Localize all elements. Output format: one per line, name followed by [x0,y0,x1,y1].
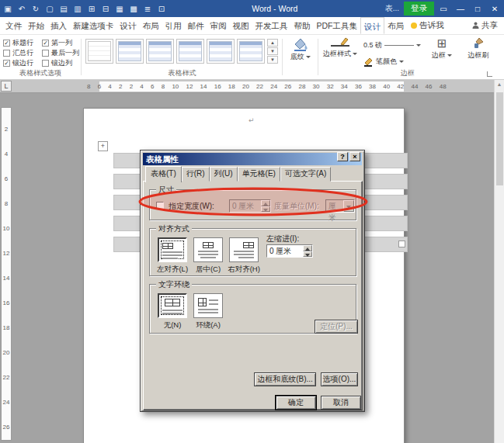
dialog-tab-column[interactable]: 列(U) [210,167,238,182]
spin-up-icon[interactable] [261,200,270,206]
table-style-thumbnail[interactable] [116,39,144,64]
spin-down-icon[interactable] [261,206,270,213]
tab-table-layout[interactable]: 布局 [384,17,407,34]
checkbox-banded-rows[interactable]: ✓镶边行 [3,58,42,68]
tell-me-label: 告诉我 [419,20,444,31]
dialog-title-bar[interactable]: 表格属性 [143,153,362,165]
dialog-tab-alt-text[interactable]: 可选文字(A) [280,167,331,182]
dialog-close-button[interactable]: × [349,152,360,161]
share-button[interactable]: 共享 [466,17,504,34]
table-style-thumbnail[interactable] [207,39,235,64]
spin-down-icon[interactable] [303,251,312,258]
tab-layout[interactable]: 布局 [140,17,162,34]
tab-help[interactable]: 帮助 [291,17,314,34]
checkbox-last-column[interactable]: 最后一列 [42,48,81,58]
tab-view[interactable]: 视图 [230,17,252,34]
open-icon[interactable]: ▤ [57,5,70,13]
dialog-help-button[interactable]: ? [337,152,348,161]
dropdown-arrow-icon [353,53,357,55]
checkbox-header-row[interactable]: ✓标题行 [3,38,42,48]
table-shading-icon[interactable]: ▦ [113,5,126,13]
delete-table-icon[interactable]: ⊟ [99,5,112,13]
table-style-thumbnail[interactable] [237,39,265,64]
checkbox-total-row[interactable]: 汇总行 [3,48,42,58]
gallery-scroll-up-button[interactable]: ▲ [267,39,278,47]
tab-home[interactable]: 开始 [25,17,47,34]
preferred-width-value: 0 厘米 [232,200,261,212]
align-left-option[interactable] [158,237,187,262]
tab-table-design[interactable]: 设计 [360,17,384,34]
tab-pdf-tools[interactable]: PDF工具集 [314,17,361,34]
insert-table-icon[interactable]: ⊞ [85,5,98,13]
align-right-option[interactable] [229,237,259,262]
cancel-button[interactable]: 取消 [321,396,361,410]
table-style-thumbnail[interactable] [176,39,204,64]
dropdown-arrow-icon [447,54,452,57]
gallery-scroll-down-button[interactable]: ▼ [267,47,278,55]
preferred-width-spinner[interactable]: 0 厘米 [229,199,271,213]
pen-icon [363,57,374,67]
pen-color-button[interactable]: 笔颜色 [363,57,421,67]
dialog-tab-cell[interactable]: 单元格(E) [238,167,280,182]
sign-in-button[interactable]: 登录 [404,2,434,16]
tab-review[interactable]: 审阅 [207,17,230,34]
preferred-width-checkbox[interactable] [156,202,164,209]
scrollbar-thumb[interactable] [496,92,503,185]
line-weight-dropdown[interactable]: 0.5 磅 [363,40,421,50]
wrap-around-icon [198,298,218,313]
gallery-more-button[interactable]: ▼ [267,56,278,64]
table-grid-icon[interactable]: ⊡ [155,5,168,13]
table-style-thumbnail[interactable] [146,39,174,64]
window-title: Word - Word [252,4,297,13]
borders-dialog-launcher-icon[interactable] [487,71,492,77]
measure-unit-label: 度量单位(M): [274,201,319,212]
close-button[interactable]: ✕ [487,5,502,13]
tab-mailings[interactable]: 邮件 [185,17,207,34]
tell-me-box[interactable]: 告诉我 [407,17,448,34]
align-center-option[interactable] [193,237,223,262]
tab-selector[interactable]: L [1,81,12,92]
table-borders-icon[interactable]: ▩ [127,5,140,13]
maximize-button[interactable]: □ [470,5,485,13]
print-icon[interactable]: ▥ [71,5,84,13]
scroll-up-arrow-icon[interactable]: ▲ [495,80,504,89]
checkbox-label: 标题行 [12,38,33,48]
left-indent-spinner[interactable]: 0 厘米 [266,244,313,258]
wrap-around-option[interactable] [193,293,223,318]
ribbon-display-options-button[interactable]: ▭ [436,5,451,13]
list-icon[interactable]: ≣ [141,5,154,13]
tab-design[interactable]: 设计 [117,17,140,34]
dropdown-arrow-icon[interactable] [343,200,354,212]
save-icon[interactable]: ▣ [2,5,14,13]
table-style-thumbnail[interactable] [85,39,113,64]
undo-icon[interactable]: ↶ [16,5,28,13]
lightbulb-icon [411,22,417,29]
shading-button[interactable]: 底纹 [284,35,317,75]
borders-and-shading-button[interactable]: 边框和底纹(B)... [254,372,316,386]
checkbox-first-column[interactable]: ✓第一列 [42,38,81,48]
paragraph-mark: ↵ [249,116,255,124]
measure-unit-dropdown[interactable]: 厘米 [325,199,355,213]
tab-developer[interactable]: 开发工具 [252,17,291,34]
tab-file[interactable]: 文件 [2,17,25,34]
redo-icon[interactable]: ↻ [30,5,42,13]
dialog-tab-table[interactable]: 表格(T) [145,166,182,182]
dialog-tab-row[interactable]: 行(R) [182,167,210,182]
checkbox-banded-columns[interactable]: 镶边列 [42,58,81,68]
spin-up-icon[interactable] [303,245,312,251]
options-button[interactable]: 选项(O)... [321,372,358,386]
ok-button[interactable]: 确定 [276,396,316,410]
horizontal-ruler[interactable]: 8 6 4 2 2 4 6 8 10 12 14 16 18 20 22 24 … [0,80,494,93]
tab-references[interactable]: 引用 [162,17,185,34]
vertical-scrollbar[interactable]: ▲ [494,80,504,443]
table-resize-handle[interactable] [398,241,405,247]
new-document-icon[interactable]: ▢ [43,5,56,13]
vertical-ruler[interactable]: 2 4 6 8 10 12 14 16 18 20 22 24 26 [1,107,12,441]
tab-custom[interactable]: 新建选项卡 [70,17,117,34]
minimize-button[interactable]: — [453,5,468,13]
tab-insert[interactable]: 插入 [47,17,70,34]
alignment-group: 对齐方式 [149,228,356,276]
wrap-none-option[interactable] [158,293,187,318]
table-move-handle[interactable]: + [98,141,108,151]
group-label-style-options: 表格样式选项 [0,68,81,78]
